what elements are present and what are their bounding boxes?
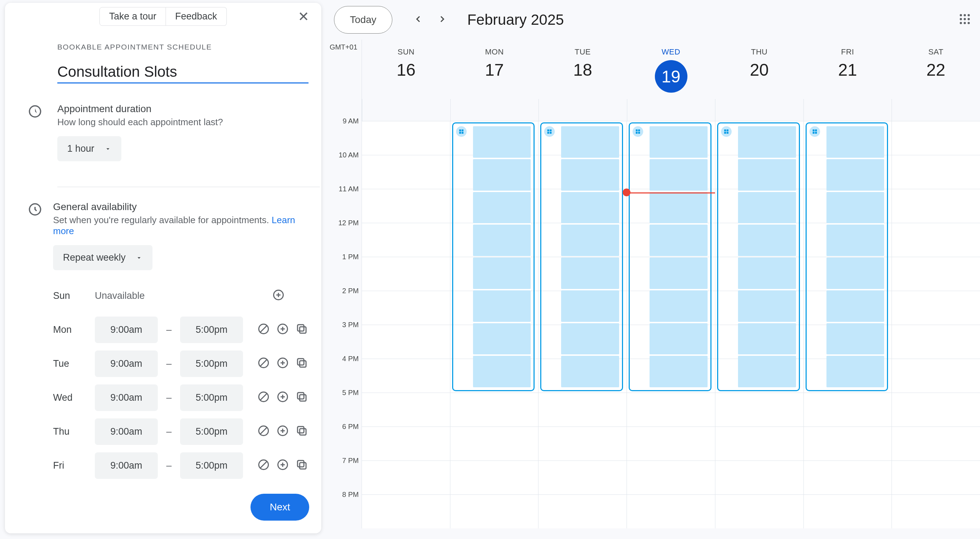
day-header-mon[interactable]: MON17 [450,40,539,99]
day-header-thu[interactable]: THU20 [715,40,803,99]
appointment-slot[interactable] [826,126,885,158]
unavailable-icon[interactable] [257,356,270,370]
appointment-slot[interactable] [473,356,531,387]
copy-icon[interactable] [296,458,308,472]
start-time-input[interactable]: 9:00am [95,418,158,445]
appointment-slot[interactable] [649,323,708,355]
add-period-icon[interactable] [276,390,289,405]
appointment-slot[interactable] [473,258,531,289]
appointment-slot[interactable] [561,224,619,256]
appointment-slot[interactable] [826,224,885,256]
appointment-slot[interactable] [649,290,708,322]
appointment-slot[interactable] [473,323,531,355]
appointment-slot[interactable] [738,323,796,355]
availability-block[interactable] [629,122,711,391]
grid-hour-row[interactable] [361,494,980,528]
appointment-slot[interactable] [473,159,531,191]
prev-week-button[interactable] [409,10,427,29]
take-tour-button[interactable]: Take a tour [99,7,166,26]
appointment-slot[interactable] [826,192,885,224]
next-week-button[interactable] [433,10,451,29]
appointment-slot[interactable] [561,192,619,224]
appointment-slot[interactable] [738,290,796,322]
availability-block[interactable] [540,122,623,391]
copy-icon[interactable] [296,390,308,405]
appointment-slot[interactable] [473,290,531,322]
day-number[interactable]: 17 [450,60,539,79]
availability-block[interactable] [452,122,535,391]
add-period-icon[interactable] [276,425,289,439]
end-time-input[interactable]: 5:00pm [180,418,243,445]
copy-icon[interactable] [296,356,308,370]
unavailable-icon[interactable] [257,458,270,472]
add-period-icon[interactable] [276,323,289,337]
day-header-wed[interactable]: WED19 [627,40,715,99]
end-time-input[interactable]: 5:00pm [180,385,243,411]
end-time-input[interactable]: 5:00pm [180,452,243,479]
day-header-tue[interactable]: TUE18 [538,40,627,99]
day-number[interactable]: 16 [362,60,450,79]
appointment-slot[interactable] [738,224,796,256]
end-time-input[interactable]: 5:00pm [180,350,243,377]
appointment-slot[interactable] [473,224,531,256]
appointment-slot[interactable] [826,258,885,289]
unavailable-icon[interactable] [257,390,270,405]
day-header-fri[interactable]: FRI21 [803,40,892,99]
appointment-slot[interactable] [561,126,619,158]
copy-icon[interactable] [296,425,308,439]
appointment-slot[interactable] [649,258,708,289]
start-time-input[interactable]: 9:00am [95,316,158,343]
grid-hour-row[interactable] [361,461,980,494]
appointment-slot[interactable] [649,192,708,224]
apps-icon[interactable] [958,13,972,27]
day-number[interactable]: 21 [803,60,892,79]
appointment-slot[interactable] [649,126,708,158]
appointment-slot[interactable] [738,258,796,289]
appointment-slot[interactable] [561,356,619,387]
add-period-icon[interactable] [272,289,285,303]
appointment-slot[interactable] [826,356,885,387]
today-button[interactable]: Today [334,6,392,33]
appointment-slot[interactable] [738,126,796,158]
day-number[interactable]: 22 [892,60,980,79]
grid-hour-row[interactable] [361,426,980,461]
next-button[interactable]: Next [250,494,309,521]
grid-body[interactable]: 9 AM10 AM11 AM12 PM1 PM2 PM3 PM4 PM5 PM6… [361,121,980,528]
availability-block[interactable] [717,122,800,391]
appointment-slot[interactable] [738,159,796,191]
feedback-button[interactable]: Feedback [166,7,227,26]
start-time-input[interactable]: 9:00am [95,385,158,411]
appointment-slot[interactable] [649,224,708,256]
day-header-sat[interactable]: SAT22 [892,40,980,99]
duration-dropdown[interactable]: 1 hour [57,136,121,161]
appointment-slot[interactable] [561,323,619,355]
day-number[interactable]: 19 [655,60,687,93]
day-number[interactable]: 20 [715,60,803,79]
availability-block[interactable] [806,122,888,391]
appointment-slot[interactable] [561,290,619,322]
appointment-slot[interactable] [473,126,531,158]
close-icon[interactable]: ✕ [298,9,309,24]
end-time-input[interactable]: 5:00pm [180,316,243,343]
grid-hour-row[interactable] [361,393,980,426]
start-time-input[interactable]: 9:00am [95,350,158,377]
add-period-icon[interactable] [276,356,289,370]
unavailable-icon[interactable] [257,425,270,439]
appointment-slot[interactable] [826,159,885,191]
appointment-slot[interactable] [561,159,619,191]
day-number[interactable]: 18 [538,60,627,79]
day-header-sun[interactable]: SUN16 [362,40,450,99]
appointment-slot[interactable] [649,356,708,387]
appointment-slot[interactable] [738,356,796,387]
add-period-icon[interactable] [276,458,289,472]
repeat-dropdown[interactable]: Repeat weekly [53,245,153,270]
unavailable-icon[interactable] [257,323,270,337]
appointment-slot[interactable] [738,192,796,224]
appointment-slot[interactable] [473,192,531,224]
appointment-slot[interactable] [826,323,885,355]
copy-icon[interactable] [296,323,308,337]
appointment-slot[interactable] [649,159,708,191]
start-time-input[interactable]: 9:00am [95,452,158,479]
appointment-slot[interactable] [826,290,885,322]
appointment-slot[interactable] [561,258,619,289]
